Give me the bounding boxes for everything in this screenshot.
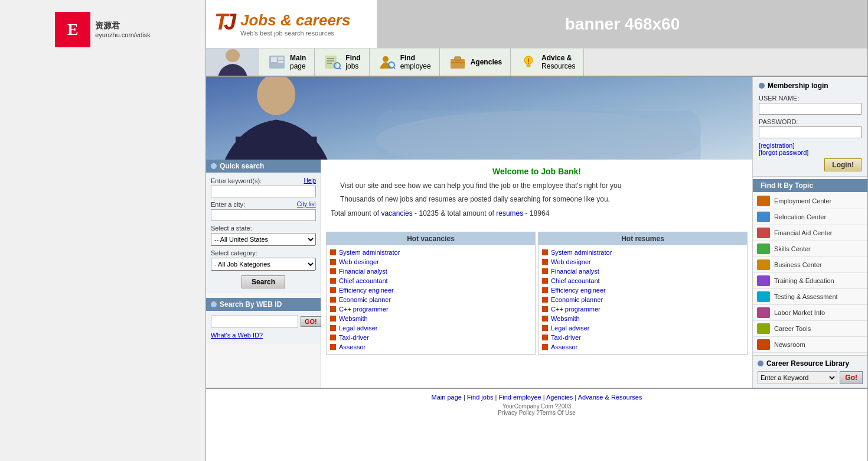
vacancy-item-4: Chief accountant bbox=[330, 276, 531, 285]
quick-search-header: Quick search bbox=[206, 160, 321, 173]
login-button[interactable]: Login! bbox=[824, 158, 862, 171]
state-label: Select a state: bbox=[211, 225, 316, 232]
newsroom-link[interactable]: Newsroom bbox=[774, 341, 805, 348]
vacancy-link-9[interactable]: Legal adviser bbox=[339, 324, 377, 332]
resume-link-6[interactable]: Economic planner bbox=[551, 296, 603, 303]
testing-assessment-link[interactable]: Testing & Assessment bbox=[774, 293, 838, 300]
quick-search-content: Enter keyword(s): Help Enter a city: Cit… bbox=[206, 173, 321, 293]
nav-advice[interactable]: Advice & Resources bbox=[511, 48, 584, 76]
resume-link-4[interactable]: Chief accountant bbox=[551, 277, 600, 284]
web-id-search-row: GO! bbox=[211, 316, 316, 327]
city-input[interactable] bbox=[211, 209, 316, 221]
vacancy-item-8: Websmith bbox=[330, 314, 531, 323]
keyword-input[interactable] bbox=[211, 186, 316, 197]
help-link[interactable]: Help bbox=[304, 177, 316, 184]
footer-legal: Privacy Policy ?Terms Of Use bbox=[206, 410, 867, 416]
vacancies-link[interactable]: vacancies bbox=[381, 209, 412, 217]
vacancy-link-8[interactable]: Websmith bbox=[339, 315, 368, 322]
welcome-heading: Welcome to Job Bank! bbox=[331, 167, 743, 176]
svg-point-23 bbox=[528, 63, 529, 64]
topic-labor[interactable]: Labor Market Info bbox=[753, 305, 867, 321]
business-center-link[interactable]: Business Center bbox=[774, 261, 822, 268]
category-select[interactable]: - All Job Kategories Technology Finance … bbox=[211, 258, 316, 271]
resume-link-9[interactable]: Legal adviser bbox=[551, 324, 589, 332]
footer-agencies[interactable]: Agencies bbox=[546, 394, 573, 401]
resource-go-button[interactable]: Go! bbox=[840, 371, 863, 384]
topic-employment[interactable]: Employment Center bbox=[753, 193, 867, 209]
city-list-link[interactable]: City list bbox=[297, 201, 316, 207]
career-tools-link[interactable]: Career Tools bbox=[774, 325, 811, 332]
resume-link-8[interactable]: Websmith bbox=[551, 315, 580, 322]
vacancy-link-10[interactable]: Taxi-driver bbox=[339, 334, 369, 341]
vacancy-bullet-6 bbox=[330, 297, 336, 303]
employment-center-link[interactable]: Employment Center bbox=[774, 197, 831, 204]
svg-line-16 bbox=[394, 67, 395, 69]
topic-business[interactable]: Business Center bbox=[753, 257, 867, 273]
footer-main-page[interactable]: Main page bbox=[432, 394, 462, 401]
nav-agencies[interactable]: Agencies bbox=[440, 48, 511, 76]
resume-link-11[interactable]: Assessor bbox=[551, 343, 577, 350]
vacancy-bullet-4 bbox=[330, 278, 336, 284]
web-search-title: Search By WEB ID bbox=[220, 300, 282, 309]
footer-find-jobs[interactable]: Find jobs bbox=[467, 394, 494, 401]
web-search-bullet bbox=[211, 301, 217, 307]
footer-resources[interactable]: Advanse & Resourses bbox=[578, 394, 642, 401]
vacancy-bullet-8 bbox=[330, 316, 336, 322]
nav-person-image bbox=[206, 48, 259, 76]
web-id-go-button[interactable]: GO! bbox=[301, 316, 321, 327]
vacancy-link-4[interactable]: Chief accountant bbox=[339, 277, 388, 284]
vacancy-link-11[interactable]: Assessor bbox=[339, 343, 366, 350]
vacancy-bullet-5 bbox=[330, 287, 336, 293]
career-resource-header: Career Resource Library bbox=[758, 359, 863, 368]
username-input[interactable] bbox=[759, 103, 862, 115]
state-select[interactable]: -- All United States Alabama Alaska Ariz… bbox=[211, 233, 316, 246]
resume-link-7[interactable]: C++ programmer bbox=[551, 306, 601, 313]
site-title: Jobs & careers bbox=[240, 11, 350, 30]
vacancy-link-7[interactable]: C++ programmer bbox=[339, 306, 389, 313]
nav-find-employee-label: Find employee bbox=[400, 54, 431, 70]
topic-training[interactable]: Training & Education bbox=[753, 273, 867, 289]
vacancy-link-6[interactable]: Economic planner bbox=[339, 296, 391, 303]
vacancy-link-5[interactable]: Efficiency engineer bbox=[339, 287, 394, 294]
topic-newsroom[interactable]: Newsroom bbox=[753, 337, 867, 353]
forgot-password-link[interactable]: [forgot password] bbox=[759, 149, 862, 156]
nav-find-jobs[interactable]: Find jobs bbox=[315, 48, 369, 76]
resume-link-2[interactable]: Web designer bbox=[551, 258, 591, 265]
vacancy-link-2[interactable]: Web desinger bbox=[339, 258, 379, 265]
vacancy-link-1[interactable]: System administrator bbox=[339, 249, 400, 256]
hero-image bbox=[206, 77, 752, 160]
password-input[interactable] bbox=[759, 126, 862, 138]
vacancy-bullet-2 bbox=[330, 259, 336, 265]
nav-main-page[interactable]: Main page bbox=[259, 48, 315, 76]
login-bullet bbox=[759, 83, 765, 89]
registration-link[interactable]: [registration] bbox=[759, 142, 862, 149]
footer-find-employee[interactable]: Find employee bbox=[498, 394, 541, 401]
topic-relocation[interactable]: Relocation Center bbox=[753, 209, 867, 225]
resource-keyword-select[interactable]: Enter a Keyword bbox=[758, 371, 837, 384]
what-is-web-id-link[interactable]: What's a Web ID? bbox=[211, 332, 263, 339]
relocation-center-link[interactable]: Relocation Center bbox=[774, 213, 826, 220]
topic-career-tools[interactable]: Career Tools bbox=[753, 321, 867, 337]
header-logo: T J Jobs & careers Web's best job search… bbox=[206, 0, 377, 48]
web-id-input[interactable] bbox=[211, 316, 298, 327]
vacancy-link-3[interactable]: Financial analyst bbox=[339, 268, 387, 275]
topic-testing[interactable]: Testing & Assessment bbox=[753, 289, 867, 305]
skills-center-link[interactable]: Skills Center bbox=[774, 245, 811, 252]
resume-link-5[interactable]: Efficiency engineer bbox=[551, 287, 606, 294]
left-panel: Quick search Enter keyword(s): Help bbox=[206, 160, 321, 388]
financial-aid-link[interactable]: Financial Aid Center bbox=[774, 229, 832, 236]
logo-e-icon: E bbox=[55, 12, 90, 47]
advice-icon bbox=[519, 54, 538, 70]
labor-market-link[interactable]: Labor Market Info bbox=[774, 309, 825, 316]
resume-link-3[interactable]: Financial analyst bbox=[551, 268, 599, 275]
training-education-link[interactable]: Training & Education bbox=[774, 277, 834, 284]
resume-link-1[interactable]: System administrator bbox=[551, 249, 612, 256]
resume-link-10[interactable]: Taxi-driver bbox=[551, 334, 581, 341]
topic-skills[interactable]: Skills Center bbox=[753, 241, 867, 257]
topic-financial-aid[interactable]: Financial Aid Center bbox=[753, 225, 867, 241]
resumes-link[interactable]: resumes bbox=[496, 209, 523, 217]
search-button[interactable]: Search bbox=[242, 275, 285, 288]
right-panel: Membership login USER NAME: PASSWORD: [r… bbox=[752, 77, 867, 388]
nav-find-employee[interactable]: Find employee bbox=[370, 48, 440, 76]
quick-search-bullet bbox=[211, 163, 217, 169]
